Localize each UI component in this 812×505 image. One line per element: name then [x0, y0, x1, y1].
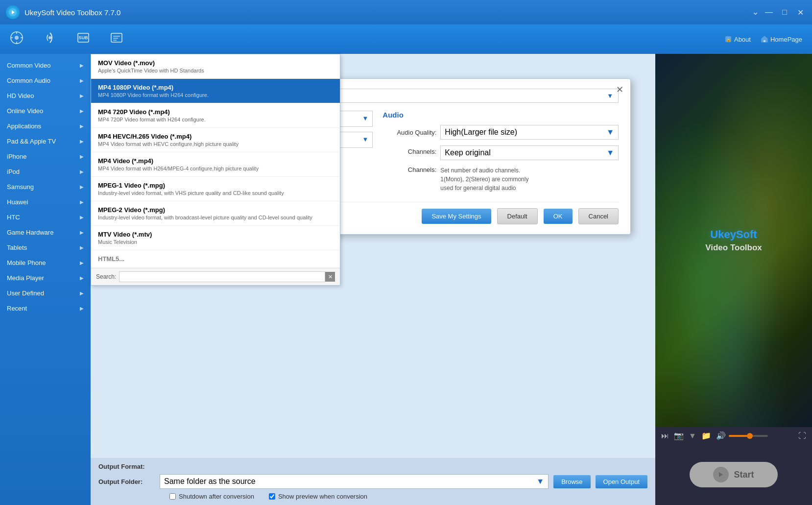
shutdown-label[interactable]: Shutdown after conversion	[169, 493, 254, 500]
svg-rect-11	[111, 33, 122, 42]
chevron-right-icon: ▶	[80, 108, 84, 114]
dropdown-arrow-icon: ⌄	[752, 6, 759, 18]
toolbar-item-audio[interactable]	[43, 31, 57, 48]
start-button[interactable]: Start	[690, 462, 778, 487]
browse-button[interactable]: Browse	[553, 475, 590, 488]
sidebar-item-htc[interactable]: HTC ▶	[0, 210, 91, 225]
fullscreen-button[interactable]: ⛶	[798, 432, 806, 440]
volume-thumb	[747, 433, 753, 439]
default-button[interactable]: Default	[497, 208, 538, 224]
volume-slider[interactable]	[729, 435, 768, 437]
output-folder-label: Output Folder:	[98, 478, 155, 485]
video-icon	[10, 31, 24, 48]
chevron-right-icon: ▶	[80, 245, 84, 250]
channels-value: Keep original	[445, 148, 490, 157]
sidebar-item-tablets[interactable]: Tablets ▶	[0, 240, 91, 255]
main-area: Common Video ▶ Common Audio ▶ HD Video ▶…	[0, 54, 812, 505]
preview-checkbox[interactable]	[269, 493, 275, 500]
titlebar: UkeySoft Video Toolbox 7.7.0 ⌄ — □ ✕	[0, 0, 812, 24]
svg-point-3	[15, 36, 19, 40]
app-title: UkeySoft Video Toolbox 7.7.0	[24, 8, 747, 17]
preview-label[interactable]: Show preview when conversion	[269, 493, 367, 500]
format-item-mp4-hevc[interactable]: MP4 HEVC/H.265 Video (*.mp4) MP4 Video f…	[91, 128, 340, 152]
chevron-right-icon: ▶	[80, 230, 84, 235]
open-output-button[interactable]: Open Output	[596, 475, 647, 488]
toolbar-item-subtitle[interactable]: SUB	[76, 31, 90, 48]
sidebar-item-ipod[interactable]: iPod ▶	[0, 164, 91, 179]
channels-dropdown[interactable]: Keep original ▼	[440, 145, 619, 160]
chevron-right-icon: ▶	[80, 93, 84, 98]
sidebar-item-media-player[interactable]: Media Player ▶	[0, 270, 91, 286]
cancel-button[interactable]: Cancel	[578, 208, 619, 224]
sidebar-item-samsung[interactable]: Samsung ▶	[0, 179, 91, 194]
open-folder-button[interactable]: 📁	[701, 431, 711, 440]
about-link[interactable]: 🔒 About	[724, 35, 751, 43]
volume-icon[interactable]: 🔊	[716, 431, 726, 440]
sidebar-item-recent[interactable]: Recent ▶	[0, 301, 91, 316]
sidebar-item-huawei[interactable]: Huawei ▶	[0, 194, 91, 210]
preview-panel: UkeySoft Video Toolbox ⏭ 📷 ▼ 📁 🔊 ⛶	[655, 54, 812, 505]
format-item-mp4-720p[interactable]: MP4 720P Video (*.mp4) MP4 720P Video fo…	[91, 103, 340, 128]
close-button[interactable]: ✕	[794, 6, 806, 18]
chevron-down-icon: ▼	[362, 135, 368, 145]
start-area: Start	[655, 444, 812, 505]
bottom-controls: Output Format: Output Folder: Same folde…	[91, 458, 655, 505]
svg-rect-17	[764, 40, 765, 42]
sidebar-item-common-audio[interactable]: Common Audio ▶	[0, 73, 91, 88]
search-clear-button[interactable]: ✕	[325, 272, 335, 282]
svg-text:SUB: SUB	[78, 35, 88, 40]
content-area: MOV Video (*.mov) Apple's QuickTime Vide…	[91, 54, 655, 505]
svg-text:🔒: 🔒	[725, 37, 731, 43]
format-item-mp4[interactable]: MP4 Video (*.mp4) MP4 Video format with …	[91, 152, 340, 177]
maximize-button[interactable]: □	[779, 6, 790, 18]
sidebar-item-user-defined[interactable]: User Defined ▶	[0, 286, 91, 301]
sidebar-item-online-video[interactable]: Online Video ▶	[0, 103, 91, 119]
audio-quality-label: Audio Quality:	[382, 129, 436, 136]
sidebar-item-applications[interactable]: Applications ▶	[0, 119, 91, 134]
chevron-right-icon: ▶	[80, 275, 84, 281]
sidebar-item-mobile-phone[interactable]: Mobile Phone ▶	[0, 255, 91, 270]
output-folder-row: Output Folder: Same folder as the source…	[98, 474, 647, 489]
sidebar: Common Video ▶ Common Audio ▶ HD Video ▶…	[0, 54, 91, 505]
search-label: Search:	[96, 273, 116, 280]
search-input[interactable]	[119, 271, 325, 282]
chevron-down-icon: ▼	[606, 128, 614, 137]
dropdown-arrow-icon[interactable]: ▼	[689, 432, 696, 440]
chevron-right-icon: ▶	[80, 154, 84, 159]
folder-select[interactable]: Same folder as the source ▼	[160, 474, 549, 489]
format-item-mpeg2[interactable]: MPEG-2 Video (*.mpg) Industry-level vide…	[91, 201, 340, 226]
checkboxes-row: Shutdown after conversion Show preview w…	[98, 493, 647, 500]
toolbar-links: 🔒 About HomePage	[724, 35, 802, 43]
channels-row: Channels: Keep original ▼	[382, 145, 619, 160]
sidebar-item-game-hardware[interactable]: Game Hardware ▶	[0, 225, 91, 240]
format-item-mp4-1080p[interactable]: MP4 1080P Video (*.mp4) MP4 1080P Video …	[91, 79, 340, 103]
homepage-link[interactable]: HomePage	[761, 35, 802, 43]
app-icon	[6, 5, 20, 19]
sidebar-item-hd-video[interactable]: HD Video ▶	[0, 88, 91, 103]
ok-button[interactable]: OK	[544, 209, 573, 224]
audio-settings: Audio Audio Quality: High(Larger file si…	[382, 111, 619, 194]
sidebar-item-pad-apple-tv[interactable]: Pad && Apple TV ▶	[0, 134, 91, 149]
sidebar-item-common-video[interactable]: Common Video ▶	[0, 58, 91, 73]
audio-quality-dropdown[interactable]: High(Larger file size) ▼	[440, 125, 619, 140]
format-item-mtv[interactable]: MTV Video (*.mtv) Music Television	[91, 226, 340, 250]
chevron-right-icon: ▶	[80, 215, 84, 220]
toolbar-item-video[interactable]	[10, 31, 24, 48]
subtitle-icon: SUB	[76, 31, 90, 48]
preview-brand-main: UkeySoft	[705, 228, 762, 241]
format-item-mov[interactable]: MOV Video (*.mov) Apple's QuickTime Vide…	[91, 54, 340, 79]
preview-controls: ⏭ 📷 ▼ 📁 🔊 ⛶	[655, 427, 812, 444]
settings-close-button[interactable]: ✕	[614, 84, 625, 96]
save-settings-button[interactable]: Save My Settings	[422, 209, 491, 224]
sidebar-item-iphone[interactable]: iPhone ▶	[0, 149, 91, 164]
chevron-right-icon: ▶	[80, 290, 84, 296]
skip-to-end-button[interactable]: ⏭	[661, 432, 669, 440]
format-item-mpeg1[interactable]: MPEG-1 Video (*.mpg) Industry-level vide…	[91, 177, 340, 201]
output-format-label: Output Format:	[98, 463, 155, 470]
shutdown-checkbox[interactable]	[169, 493, 176, 500]
chevron-down-icon: ▼	[362, 114, 368, 124]
minimize-button[interactable]: —	[763, 6, 775, 18]
screenshot-button[interactable]: 📷	[674, 431, 684, 440]
format-item-more[interactable]: HTML5...	[91, 250, 340, 268]
toolbar-item-other[interactable]	[110, 31, 123, 48]
